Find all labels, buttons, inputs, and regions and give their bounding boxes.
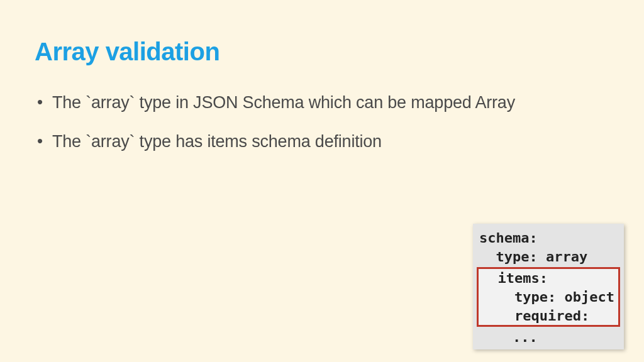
code-snippet: schema: type: array items: type: object … <box>473 224 624 349</box>
code-line: required: <box>481 307 616 326</box>
bullet-item: The `array` type in JSON Schema which ca… <box>35 91 609 114</box>
bullet-list: The `array` type in JSON Schema which ca… <box>35 91 609 153</box>
code-line: schema: <box>479 229 618 248</box>
bullet-item: The `array` type has items schema defini… <box>35 130 609 153</box>
code-line: type: object <box>481 288 616 307</box>
code-line: items: <box>481 269 616 288</box>
code-line: type: array <box>479 248 618 266</box>
slide: Array validation The `array` type in JSO… <box>0 0 644 362</box>
slide-title: Array validation <box>35 38 609 66</box>
code-line: ... <box>479 328 618 347</box>
code-highlight-box: items: type: object required: <box>477 267 620 327</box>
